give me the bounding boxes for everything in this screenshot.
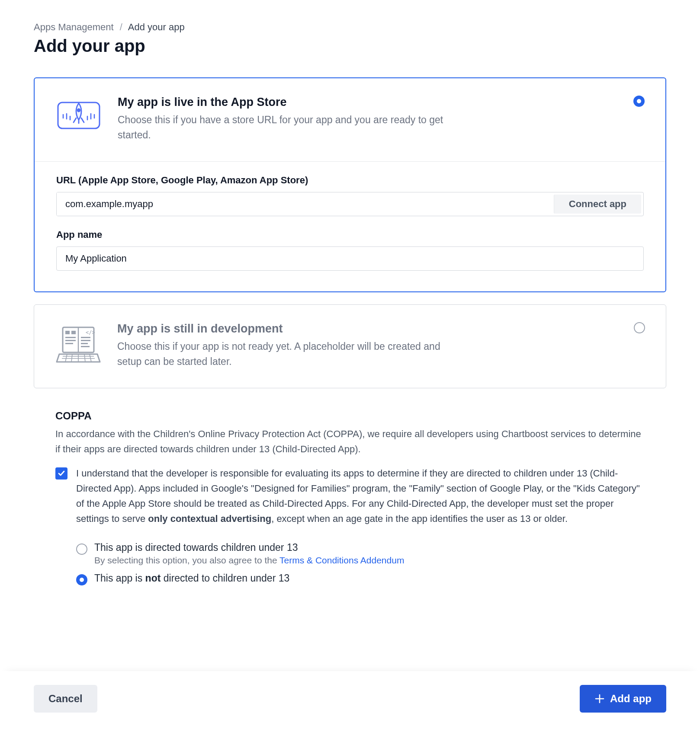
footer-bar: Cancel Add app	[0, 671, 700, 729]
coppa-option-not-directed-label: This app is not directed to children und…	[94, 572, 289, 584]
coppa-intro: In accordance with the Children's Online…	[55, 426, 645, 457]
svg-rect-14	[65, 343, 73, 344]
coppa-option-directed-label: This app is directed towards children un…	[94, 542, 404, 553]
laptop-code-icon: </>	[55, 322, 102, 364]
coppa-option-not-directed-radio[interactable]	[76, 574, 87, 585]
option-live-title: My app is live in the App Store	[118, 96, 618, 109]
terms-addendum-link[interactable]: Terms & Conditions Addendum	[279, 555, 404, 565]
rocket-icon	[55, 96, 102, 131]
breadcrumb-separator: /	[120, 22, 122, 32]
breadcrumb-root-link[interactable]: Apps Management	[34, 22, 114, 32]
svg-rect-11	[71, 331, 76, 334]
option-dev-header: </> My app is still in development Ch	[34, 305, 666, 388]
svg-line-23	[71, 354, 72, 362]
svg-rect-15	[81, 337, 90, 338]
coppa-option-directed-radio[interactable]	[76, 544, 87, 555]
svg-line-26	[90, 354, 91, 362]
svg-line-25	[84, 354, 85, 362]
option-live-header: My app is live in the App Store Choose t…	[35, 78, 665, 162]
breadcrumb-current: Add your app	[128, 22, 185, 32]
app-name-input[interactable]	[56, 246, 644, 271]
plus-icon	[594, 694, 605, 704]
app-name-label: App name	[56, 229, 644, 240]
page-title: Add your app	[34, 36, 666, 56]
option-live-desc: Choose this if you have a store URL for …	[118, 112, 446, 142]
option-dev-radio[interactable]	[634, 322, 645, 333]
coppa-heading: COPPA	[55, 410, 645, 422]
svg-point-1	[77, 109, 80, 112]
coppa-section: COPPA In accordance with the Children's …	[34, 410, 666, 585]
connect-app-button[interactable]: Connect app	[554, 195, 641, 214]
svg-rect-18	[81, 346, 90, 347]
option-dev-title: My app is still in development	[117, 322, 618, 336]
option-live-card[interactable]: My app is live in the App Store Choose t…	[34, 77, 666, 292]
svg-rect-17	[81, 343, 88, 344]
option-dev-card[interactable]: </> My app is still in development Ch	[34, 304, 666, 388]
check-icon	[58, 470, 65, 477]
breadcrumb: Apps Management / Add your app	[34, 22, 666, 33]
url-input[interactable]	[57, 192, 552, 216]
svg-rect-16	[81, 340, 90, 341]
svg-rect-13	[65, 340, 76, 341]
svg-rect-12	[65, 337, 76, 338]
option-live-radio[interactable]	[633, 96, 645, 107]
url-label: URL (Apple App Store, Google Play, Amazo…	[56, 175, 644, 186]
coppa-option-directed-note: By selecting this option, you also agree…	[94, 555, 404, 566]
cancel-button[interactable]: Cancel	[34, 685, 97, 713]
svg-text:</>: </>	[86, 329, 95, 336]
option-dev-desc: Choose this if your app is not ready yet…	[117, 339, 446, 369]
add-app-button[interactable]: Add app	[580, 685, 666, 713]
svg-rect-10	[65, 331, 70, 334]
coppa-consent-text: I understand that the developer is respo…	[76, 466, 645, 526]
coppa-consent-checkbox[interactable]	[55, 467, 67, 480]
svg-line-22	[65, 354, 67, 362]
